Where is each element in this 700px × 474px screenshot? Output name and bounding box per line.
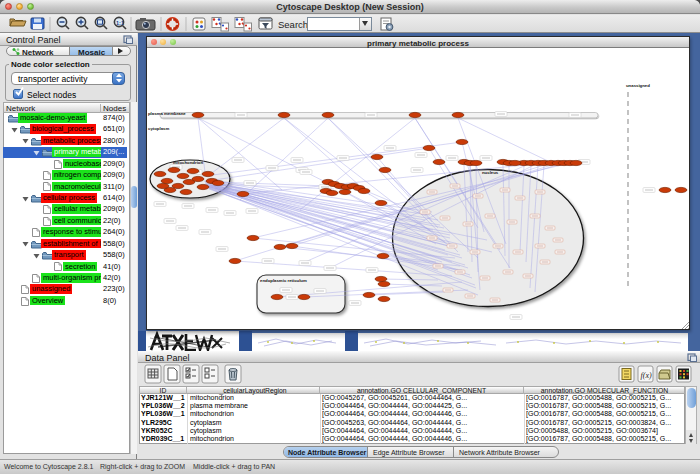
svg-text:nucleus: nucleus [482,170,499,175]
svg-text:plasma membrane: plasma membrane [148,111,186,116]
svg-text:unassigned: unassigned [626,83,650,88]
svg-text:1:1: 1:1 [116,20,124,26]
svg-text:f(x): f(x) [641,371,652,380]
svg-text:cytoplasm: cytoplasm [148,126,169,131]
svg-text:endoplasmic reticulum: endoplasmic reticulum [260,278,307,283]
svg-text:mitochondrion: mitochondrion [173,160,203,165]
